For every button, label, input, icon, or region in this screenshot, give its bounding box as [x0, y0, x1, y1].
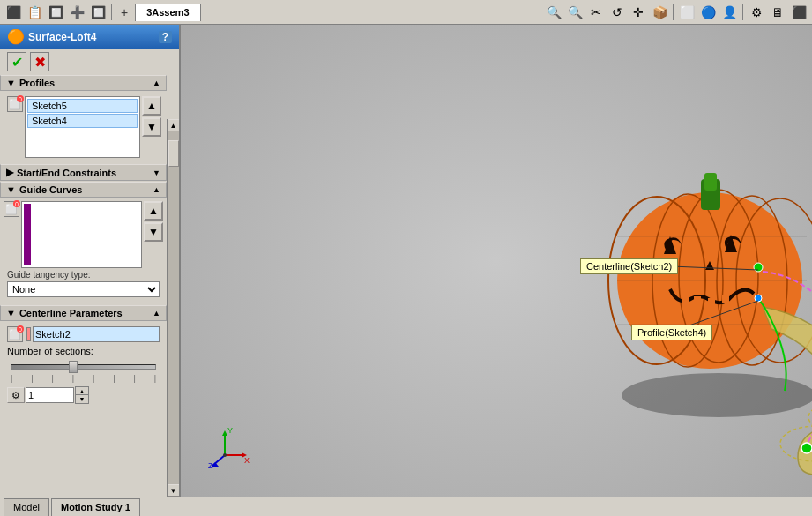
tab-3assem3[interactable]: 3Assem3 [135, 4, 200, 21]
vp-sphere-icon[interactable]: 🔵 [698, 3, 718, 22]
guide-curves-toggle: ▼ [6, 184, 16, 195]
z-label: Z [208, 461, 213, 468]
profile-badge-num: 0 [17, 95, 24, 102]
cancel-button[interactable]: ✖ [30, 52, 49, 71]
slider-thumb[interactable] [69, 361, 78, 373]
sections-label: Number of sections: [4, 344, 163, 358]
scroll-track[interactable] [168, 131, 180, 484]
vp-sep [673, 4, 674, 20]
centerline-input-row: ⬜ 0 [4, 325, 163, 344]
guide-curves-scroll[interactable]: ▲ [153, 185, 160, 194]
profiles-toggle-icon: ▼ [6, 78, 16, 88]
guide-curves-section: ▼ Guide Curves ▲ ⬜ 0 [0, 182, 167, 304]
spin-down-btn[interactable]: ▼ [76, 395, 88, 403]
guide-down-btn[interactable]: ▼ [144, 222, 163, 242]
tick-7: | [154, 374, 156, 383]
centerline-label: Centerline Parameters [19, 308, 123, 318]
guide-tangency-row: Guide tangency type: None Tangent to Fac… [4, 268, 163, 301]
scroll-down-btn[interactable]: ▼ [168, 484, 180, 497]
vp-zoom-in-icon[interactable]: 🔍 [544, 3, 563, 22]
bottom-tab-motion[interactable]: Motion Study 1 [51, 498, 140, 516]
x-label: X [244, 456, 250, 465]
profiles-down-btn[interactable]: ▼ [142, 117, 161, 137]
stem-top [704, 173, 717, 191]
guide-tangency-select[interactable]: None Tangent to Face Normal to Profile [7, 281, 160, 297]
confirm-button[interactable]: ✔ [7, 52, 26, 71]
guide-up-btn[interactable]: ▲ [144, 201, 163, 221]
tooth-3 [708, 298, 715, 305]
start-end-header[interactable]: ▶ Start/End Constraints ▼ [0, 164, 167, 181]
profiles-content: ⬜ 0 Sketch5 Sketch4 [0, 91, 167, 163]
panel-header-icon: 🟠 [7, 28, 25, 45]
ctrl-pt-2[interactable] [801, 443, 812, 453]
left-panel: 🟠 Surface-Loft4 ? ✔ ✖ ▼ Profiles ▲ [0, 25, 181, 497]
viewport[interactable]: Centerline(Sketch2) Profile(Sketch4) Y X… [181, 25, 812, 497]
scroll-thumb[interactable] [168, 140, 179, 167]
start-end-label: Start/End Constraints [17, 168, 116, 178]
vp-settings-icon[interactable]: ⚙ [747, 3, 766, 22]
shadow-ellipse [622, 373, 812, 417]
vp-pan-icon[interactable]: ✛ [629, 3, 648, 22]
profile-item-1[interactable]: Sketch4 [27, 114, 138, 128]
toolbar-icon-4[interactable]: ➕ [67, 3, 86, 22]
guide-tangency-label: Guide tangency type: [7, 270, 160, 280]
num-sections-input[interactable] [26, 387, 74, 403]
panel-help-btn[interactable]: ? [159, 31, 172, 43]
vp-box-icon[interactable]: 📦 [650, 3, 669, 22]
guide-curves-content: ⬜ 0 ▲ ▼ [0, 198, 167, 304]
ctrl-pt-3[interactable] [755, 295, 762, 302]
guide-curves-header[interactable]: ▼ Guide Curves ▲ [0, 182, 167, 198]
profiles-icon-col: ⬜ 0 [7, 96, 23, 112]
slider-container: | | | | | | | | [4, 358, 163, 385]
tooth-4 [722, 295, 729, 303]
vp-zoom-fit-icon[interactable]: 🔍 [565, 3, 585, 22]
tick-6: | [133, 374, 135, 383]
action-row: ✔ ✖ [0, 49, 179, 75]
vp-user-icon[interactable]: 👤 [719, 3, 739, 22]
ctrl-pt-1[interactable] [754, 263, 763, 272]
centerline-options-btn[interactable]: ⚙ [7, 387, 25, 403]
profiles-section-header[interactable]: ▼ Profiles ▲ [0, 75, 167, 91]
vp-rotate-icon[interactable]: ↺ [607, 3, 627, 22]
guide-curves-label: Guide Curves [19, 184, 83, 195]
coord-indicator: Y X Z [207, 424, 251, 470]
profiles-up-btn[interactable]: ▲ [142, 96, 161, 116]
tab-add-button[interactable]: + [115, 4, 133, 21]
centerline-scroll[interactable]: ▲ [153, 309, 160, 318]
centerline-badge-num: 0 [17, 325, 24, 333]
centerline-header-left: ▼ Centerline Parameters [6, 308, 123, 318]
centerline-content: ⬜ 0 Number of sections: [0, 321, 167, 409]
start-end-scroll[interactable]: ▼ [153, 168, 160, 177]
centerline-sketch-input[interactable] [33, 326, 160, 342]
tick-0: | [11, 374, 12, 383]
spin-up-btn[interactable]: ▲ [76, 387, 88, 395]
num-input-row: ⚙ ▲ ▼ [4, 385, 163, 406]
centerline-header[interactable]: ▼ Centerline Parameters ▲ [0, 305, 167, 321]
tick-4: | [93, 374, 94, 383]
slider-ticks: | | | | | | | | [11, 374, 156, 383]
tooth-1 [682, 295, 689, 303]
centerline-icon-col: ⬜ 0 [7, 326, 23, 342]
left-panel-inner: ▼ Profiles ▲ ⬜ 0 [0, 75, 179, 497]
slider-track[interactable] [11, 364, 156, 370]
toolbar-icon-1[interactable]: ⬛ [4, 3, 23, 22]
profile-item-0[interactable]: Sketch5 [27, 99, 138, 113]
coord-svg: Y X Z [207, 424, 251, 468]
tooth-2 [694, 296, 701, 303]
scene-svg [181, 25, 812, 497]
vp-monitor-icon[interactable]: 🖥 [768, 3, 787, 22]
vp-grid-icon[interactable]: ⬛ [789, 3, 808, 22]
toolbar-icon-5[interactable]: 🔲 [88, 3, 108, 22]
vp-display-icon[interactable]: ⬜ [677, 3, 697, 22]
bottom-tab-model[interactable]: Model [4, 498, 49, 516]
scroll-up-btn[interactable]: ▲ [168, 119, 180, 131]
centerline-section: ▼ Centerline Parameters ▲ ⬜ 0 [0, 305, 167, 409]
toolbar-icon-3[interactable]: 🔲 [46, 3, 65, 22]
toolbar-icon-2[interactable]: 📋 [25, 3, 44, 22]
vp-cut-icon[interactable]: ✂ [586, 3, 606, 22]
centerline-color-swatch [26, 327, 31, 341]
profiles-scroll-up[interactable]: ▲ [153, 79, 160, 87]
profiles-arrow-col: ▲ ▼ [142, 96, 161, 137]
tick-1: | [31, 374, 33, 383]
slider-wrapper [11, 360, 156, 374]
